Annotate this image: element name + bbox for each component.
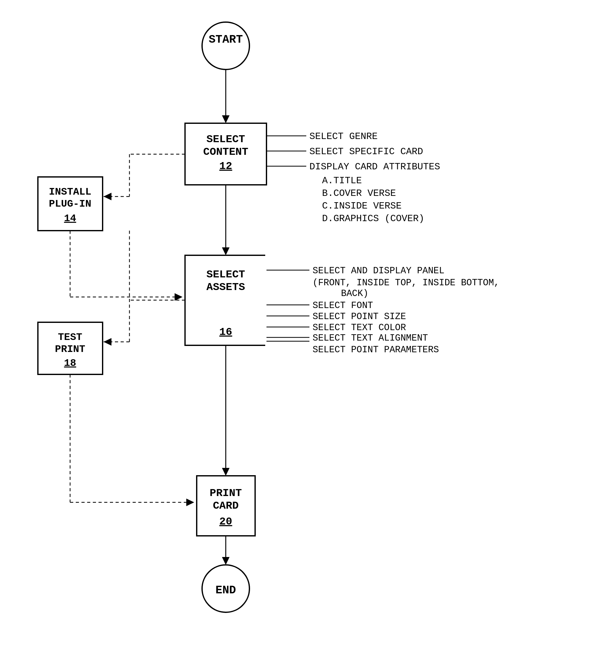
svg-text:PRINT: PRINT [210,487,242,499]
svg-text:CARD: CARD [213,500,239,512]
svg-text:(FRONT, INSIDE TOP, INSIDE BOT: (FRONT, INSIDE TOP, INSIDE BOTTOM, [313,278,499,288]
svg-text:SELECT  POINT SIZE: SELECT POINT SIZE [313,311,406,322]
svg-text:BACK): BACK) [341,288,368,299]
svg-text:CONTENT: CONTENT [203,146,248,158]
svg-text:14: 14 [64,213,76,224]
svg-text:SELECT  TEXT ALIGNMENT: SELECT TEXT ALIGNMENT [313,333,428,344]
svg-text:DISPLAY CARD ATTRIBUTES: DISPLAY CARD ATTRIBUTES [309,161,440,172]
svg-text:SELECT: SELECT [206,268,245,280]
svg-text:ASSETS: ASSETS [206,281,245,293]
svg-text:A.TITLE: A.TITLE [322,175,362,186]
svg-text:SELECT  SPECIFIC  CARD: SELECT SPECIFIC CARD [309,146,423,157]
svg-text:18: 18 [64,357,76,369]
svg-text:20: 20 [219,516,232,528]
svg-text:TEST: TEST [58,331,82,343]
svg-text:SELECT AND DISPLAY PANEL: SELECT AND DISPLAY PANEL [313,266,445,276]
flowchart-diagram: START SELECT CONTENT 12 SELECT GENRE SEL… [0,0,616,672]
svg-text:16: 16 [219,326,232,338]
svg-text:INSTALL: INSTALL [49,186,91,198]
svg-text:START: START [209,33,243,46]
svg-text:B.COVER VERSE: B.COVER VERSE [322,188,396,199]
svg-text:SELECT  GENRE: SELECT GENRE [309,131,378,142]
svg-text:PRINT: PRINT [55,344,85,355]
svg-text:SELECT: SELECT [206,133,245,145]
svg-text:12: 12 [219,160,232,172]
svg-text:SELECT  POINT PARAMETERS: SELECT POINT PARAMETERS [313,345,439,355]
svg-text:D.GRAPHICS (COVER): D.GRAPHICS (COVER) [322,213,424,224]
svg-text:PLUG-IN: PLUG-IN [49,198,91,210]
svg-text:SELECT  FONT: SELECT FONT [313,300,373,311]
svg-text:C.INSIDE VERSE: C.INSIDE VERSE [322,201,402,211]
svg-text:SELECT  TEXT COLOR: SELECT TEXT COLOR [313,322,406,333]
svg-text:END: END [216,584,236,597]
